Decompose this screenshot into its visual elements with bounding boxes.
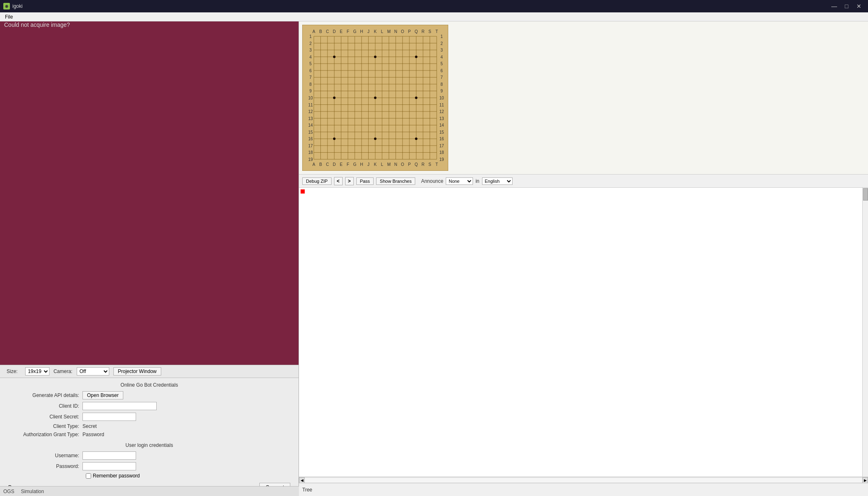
svg-text:A: A xyxy=(313,29,315,34)
svg-text:F: F xyxy=(347,29,349,34)
client-id-input[interactable] xyxy=(82,402,157,410)
svg-text:C: C xyxy=(326,29,329,34)
password-input[interactable] xyxy=(82,462,136,470)
svg-text:19: 19 xyxy=(308,157,313,162)
svg-text:13: 13 xyxy=(308,116,313,121)
app-title: igoki xyxy=(12,3,23,9)
client-id-row: Client ID: xyxy=(8,402,290,410)
svg-text:S: S xyxy=(428,29,431,34)
svg-point-118 xyxy=(333,97,336,99)
language-select[interactable]: English Japanese Korean xyxy=(482,177,513,185)
svg-text:E: E xyxy=(340,162,343,167)
svg-text:K: K xyxy=(374,29,377,34)
svg-text:12: 12 xyxy=(308,109,313,114)
svg-text:1: 1 xyxy=(309,34,312,39)
svg-text:M: M xyxy=(387,29,390,34)
scroll-track xyxy=(305,478,862,482)
svg-text:T: T xyxy=(435,29,438,34)
projector-window-button[interactable]: Projector Window xyxy=(113,367,161,376)
svg-text:G: G xyxy=(353,29,356,34)
svg-text:O: O xyxy=(401,162,404,167)
client-secret-row: Client Secret: xyxy=(8,413,290,421)
svg-text:E: E xyxy=(340,29,343,34)
client-id-label: Client ID: xyxy=(8,403,82,409)
svg-text:16: 16 xyxy=(308,137,313,141)
ogs-status[interactable]: OGS xyxy=(3,489,14,494)
scrollbar-thumb[interactable] xyxy=(863,188,868,201)
svg-text:10: 10 xyxy=(439,96,444,100)
tree-area: Tree xyxy=(299,483,868,496)
in-label: in xyxy=(475,178,479,184)
auth-grant-value: Password xyxy=(82,432,104,437)
next-button[interactable]: > xyxy=(345,177,354,185)
svg-text:9: 9 xyxy=(309,89,312,93)
auth-grant-label: Authorization Grant Type: xyxy=(8,432,82,437)
svg-text:6: 6 xyxy=(440,68,443,73)
svg-point-122 xyxy=(374,137,376,140)
svg-text:L: L xyxy=(381,162,383,167)
right-panel: ABCDEFGHJKLMNOPQRSTABCDEFGHJKLMNOPQRST12… xyxy=(299,21,868,496)
prev-button[interactable]: < xyxy=(334,177,343,185)
close-button[interactable]: ✕ xyxy=(853,2,865,11)
show-branches-button[interactable]: Show Branches xyxy=(376,177,415,185)
svg-text:7: 7 xyxy=(309,75,312,80)
svg-text:14: 14 xyxy=(439,123,444,128)
svg-text:R: R xyxy=(421,29,424,34)
announce-level-select[interactable]: None Low Medium High xyxy=(446,177,473,185)
svg-text:17: 17 xyxy=(308,144,313,148)
svg-text:D: D xyxy=(333,162,336,167)
user-credentials-title: User login credentials xyxy=(8,442,290,448)
svg-text:N: N xyxy=(394,29,397,34)
svg-text:S: S xyxy=(428,162,431,167)
controls-bar: Size: 19x19 13x13 9x9 Camera: Off Camera… xyxy=(0,365,299,378)
minimize-button[interactable]: — xyxy=(828,2,840,11)
password-row: Password: xyxy=(8,462,290,470)
svg-text:16: 16 xyxy=(439,137,444,141)
main-layout: Could not acquire image? Size: 19x19 13x… xyxy=(0,21,868,496)
simulation-status: Simulation xyxy=(21,489,44,494)
remember-password-row: Remember password xyxy=(86,473,290,479)
svg-text:3: 3 xyxy=(440,48,443,52)
svg-text:4: 4 xyxy=(440,55,443,59)
vertical-scrollbar[interactable] xyxy=(862,188,868,477)
svg-text:6: 6 xyxy=(309,68,312,73)
svg-text:T: T xyxy=(435,162,438,167)
size-select[interactable]: 19x19 13x13 9x9 xyxy=(25,367,49,376)
password-label: Password: xyxy=(8,463,82,469)
camera-area: Could not acquire image? xyxy=(0,21,299,365)
svg-text:5: 5 xyxy=(440,61,443,66)
scroll-left-button[interactable]: ◀ xyxy=(299,477,305,483)
board-area: ABCDEFGHJKLMNOPQRSTABCDEFGHJKLMNOPQRST12… xyxy=(299,21,868,175)
horizontal-scrollbar[interactable]: ◀ ▶ xyxy=(299,477,868,483)
svg-text:B: B xyxy=(319,162,322,167)
client-type-row: Client Type: Secret xyxy=(8,423,290,429)
announce-label: Announce xyxy=(421,178,443,184)
title-bar: ◉ igoki — □ ✕ xyxy=(0,0,868,12)
remember-password-checkbox[interactable] xyxy=(86,473,91,479)
debug-zip-button[interactable]: Debug ZIP xyxy=(302,177,332,185)
client-type-label: Client Type: xyxy=(8,423,82,429)
svg-text:10: 10 xyxy=(308,96,313,100)
svg-text:M: M xyxy=(387,162,390,167)
svg-text:J: J xyxy=(367,29,369,34)
client-secret-input[interactable] xyxy=(82,413,136,421)
username-input[interactable] xyxy=(82,451,136,460)
maximize-button[interactable]: □ xyxy=(841,2,852,11)
open-browser-button[interactable]: Open Browser xyxy=(82,391,123,399)
client-secret-label: Client Secret: xyxy=(8,414,82,420)
board-action-bar: Debug ZIP < > Pass Show Branches Announc… xyxy=(299,175,868,188)
username-row: Username: xyxy=(8,451,290,460)
go-board-svg[interactable]: ABCDEFGHJKLMNOPQRSTABCDEFGHJKLMNOPQRST12… xyxy=(302,25,448,171)
scroll-right-button[interactable]: ▶ xyxy=(862,477,868,483)
svg-text:2: 2 xyxy=(309,41,312,46)
svg-text:C: C xyxy=(326,162,329,167)
svg-text:18: 18 xyxy=(308,150,313,155)
left-panel: Could not acquire image? Size: 19x19 13x… xyxy=(0,21,299,496)
svg-text:11: 11 xyxy=(308,103,313,107)
camera-select[interactable]: Off Camera 0 Camera 1 xyxy=(77,367,109,376)
pass-button[interactable]: Pass xyxy=(356,177,374,185)
size-label: Size: xyxy=(3,365,21,378)
svg-text:H: H xyxy=(360,29,363,34)
svg-text:O: O xyxy=(401,29,404,34)
svg-text:H: H xyxy=(360,162,363,167)
